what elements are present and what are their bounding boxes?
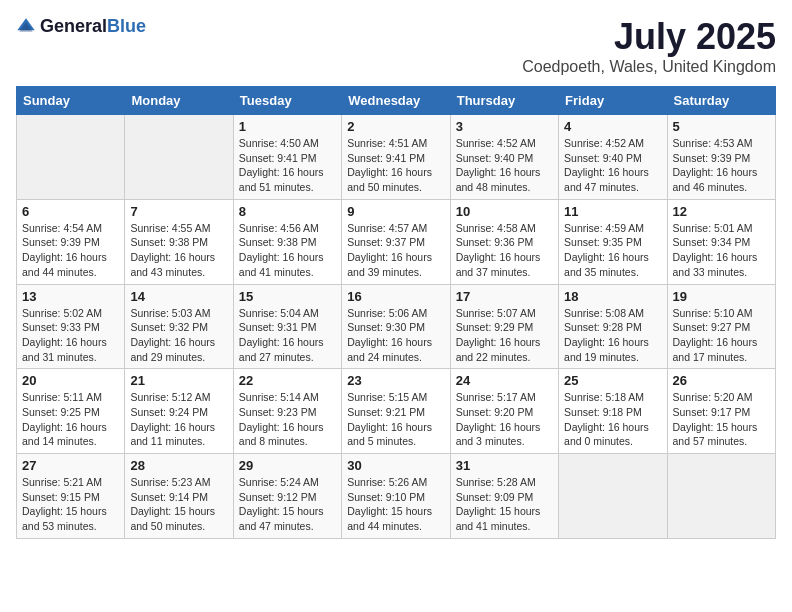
day-number: 29 xyxy=(239,458,336,473)
calendar-cell: 17Sunrise: 5:07 AMSunset: 9:29 PMDayligh… xyxy=(450,284,558,369)
day-number: 20 xyxy=(22,373,119,388)
day-detail: Sunrise: 5:24 AMSunset: 9:12 PMDaylight:… xyxy=(239,476,324,532)
calendar-cell: 14Sunrise: 5:03 AMSunset: 9:32 PMDayligh… xyxy=(125,284,233,369)
day-number: 19 xyxy=(673,289,770,304)
day-detail: Sunrise: 5:11 AMSunset: 9:25 PMDaylight:… xyxy=(22,391,107,447)
header-tuesday: Tuesday xyxy=(233,87,341,115)
calendar-cell: 12Sunrise: 5:01 AMSunset: 9:34 PMDayligh… xyxy=(667,199,775,284)
day-detail: Sunrise: 4:55 AMSunset: 9:38 PMDaylight:… xyxy=(130,222,215,278)
day-number: 8 xyxy=(239,204,336,219)
calendar-cell xyxy=(17,115,125,200)
calendar-cell: 10Sunrise: 4:58 AMSunset: 9:36 PMDayligh… xyxy=(450,199,558,284)
calendar-cell: 21Sunrise: 5:12 AMSunset: 9:24 PMDayligh… xyxy=(125,369,233,454)
day-number: 31 xyxy=(456,458,553,473)
day-detail: Sunrise: 5:20 AMSunset: 9:17 PMDaylight:… xyxy=(673,391,758,447)
calendar-cell: 8Sunrise: 4:56 AMSunset: 9:38 PMDaylight… xyxy=(233,199,341,284)
calendar-cell: 4Sunrise: 4:52 AMSunset: 9:40 PMDaylight… xyxy=(559,115,667,200)
day-detail: Sunrise: 4:52 AMSunset: 9:40 PMDaylight:… xyxy=(564,137,649,193)
header-monday: Monday xyxy=(125,87,233,115)
calendar-cell: 27Sunrise: 5:21 AMSunset: 9:15 PMDayligh… xyxy=(17,454,125,539)
calendar-week-row: 20Sunrise: 5:11 AMSunset: 9:25 PMDayligh… xyxy=(17,369,776,454)
calendar-cell xyxy=(559,454,667,539)
logo-blue: Blue xyxy=(107,16,146,36)
day-number: 23 xyxy=(347,373,444,388)
day-number: 5 xyxy=(673,119,770,134)
day-number: 14 xyxy=(130,289,227,304)
day-detail: Sunrise: 5:14 AMSunset: 9:23 PMDaylight:… xyxy=(239,391,324,447)
title-area: July 2025 Coedpoeth, Wales, United Kingd… xyxy=(522,16,776,76)
calendar-cell: 1Sunrise: 4:50 AMSunset: 9:41 PMDaylight… xyxy=(233,115,341,200)
day-detail: Sunrise: 5:03 AMSunset: 9:32 PMDaylight:… xyxy=(130,307,215,363)
calendar-cell: 31Sunrise: 5:28 AMSunset: 9:09 PMDayligh… xyxy=(450,454,558,539)
day-number: 13 xyxy=(22,289,119,304)
logo-text: GeneralBlue xyxy=(40,16,146,37)
day-number: 16 xyxy=(347,289,444,304)
calendar-cell xyxy=(125,115,233,200)
calendar-cell: 24Sunrise: 5:17 AMSunset: 9:20 PMDayligh… xyxy=(450,369,558,454)
day-detail: Sunrise: 4:56 AMSunset: 9:38 PMDaylight:… xyxy=(239,222,324,278)
day-number: 17 xyxy=(456,289,553,304)
day-detail: Sunrise: 5:04 AMSunset: 9:31 PMDaylight:… xyxy=(239,307,324,363)
header-friday: Friday xyxy=(559,87,667,115)
day-number: 26 xyxy=(673,373,770,388)
calendar-week-row: 27Sunrise: 5:21 AMSunset: 9:15 PMDayligh… xyxy=(17,454,776,539)
day-number: 22 xyxy=(239,373,336,388)
logo: GeneralBlue xyxy=(16,16,146,37)
day-detail: Sunrise: 5:26 AMSunset: 9:10 PMDaylight:… xyxy=(347,476,432,532)
day-detail: Sunrise: 5:21 AMSunset: 9:15 PMDaylight:… xyxy=(22,476,107,532)
day-number: 30 xyxy=(347,458,444,473)
calendar-week-row: 1Sunrise: 4:50 AMSunset: 9:41 PMDaylight… xyxy=(17,115,776,200)
day-number: 25 xyxy=(564,373,661,388)
day-detail: Sunrise: 5:06 AMSunset: 9:30 PMDaylight:… xyxy=(347,307,432,363)
calendar-cell: 6Sunrise: 4:54 AMSunset: 9:39 PMDaylight… xyxy=(17,199,125,284)
calendar-week-row: 6Sunrise: 4:54 AMSunset: 9:39 PMDaylight… xyxy=(17,199,776,284)
calendar-cell: 15Sunrise: 5:04 AMSunset: 9:31 PMDayligh… xyxy=(233,284,341,369)
day-detail: Sunrise: 4:59 AMSunset: 9:35 PMDaylight:… xyxy=(564,222,649,278)
subtitle: Coedpoeth, Wales, United Kingdom xyxy=(522,58,776,76)
day-detail: Sunrise: 5:01 AMSunset: 9:34 PMDaylight:… xyxy=(673,222,758,278)
logo-icon xyxy=(16,17,36,37)
day-detail: Sunrise: 5:28 AMSunset: 9:09 PMDaylight:… xyxy=(456,476,541,532)
day-number: 24 xyxy=(456,373,553,388)
calendar-cell: 22Sunrise: 5:14 AMSunset: 9:23 PMDayligh… xyxy=(233,369,341,454)
day-detail: Sunrise: 5:10 AMSunset: 9:27 PMDaylight:… xyxy=(673,307,758,363)
day-number: 4 xyxy=(564,119,661,134)
day-number: 9 xyxy=(347,204,444,219)
day-number: 6 xyxy=(22,204,119,219)
calendar-cell: 19Sunrise: 5:10 AMSunset: 9:27 PMDayligh… xyxy=(667,284,775,369)
day-detail: Sunrise: 5:15 AMSunset: 9:21 PMDaylight:… xyxy=(347,391,432,447)
day-number: 28 xyxy=(130,458,227,473)
day-number: 12 xyxy=(673,204,770,219)
day-number: 10 xyxy=(456,204,553,219)
calendar-cell: 20Sunrise: 5:11 AMSunset: 9:25 PMDayligh… xyxy=(17,369,125,454)
calendar-cell: 23Sunrise: 5:15 AMSunset: 9:21 PMDayligh… xyxy=(342,369,450,454)
day-number: 27 xyxy=(22,458,119,473)
calendar-cell: 3Sunrise: 4:52 AMSunset: 9:40 PMDaylight… xyxy=(450,115,558,200)
day-number: 3 xyxy=(456,119,553,134)
calendar-cell: 18Sunrise: 5:08 AMSunset: 9:28 PMDayligh… xyxy=(559,284,667,369)
day-detail: Sunrise: 5:07 AMSunset: 9:29 PMDaylight:… xyxy=(456,307,541,363)
calendar-cell xyxy=(667,454,775,539)
day-detail: Sunrise: 5:08 AMSunset: 9:28 PMDaylight:… xyxy=(564,307,649,363)
day-detail: Sunrise: 5:18 AMSunset: 9:18 PMDaylight:… xyxy=(564,391,649,447)
calendar-cell: 11Sunrise: 4:59 AMSunset: 9:35 PMDayligh… xyxy=(559,199,667,284)
day-number: 15 xyxy=(239,289,336,304)
day-detail: Sunrise: 4:51 AMSunset: 9:41 PMDaylight:… xyxy=(347,137,432,193)
header-thursday: Thursday xyxy=(450,87,558,115)
calendar-cell: 29Sunrise: 5:24 AMSunset: 9:12 PMDayligh… xyxy=(233,454,341,539)
calendar-cell: 30Sunrise: 5:26 AMSunset: 9:10 PMDayligh… xyxy=(342,454,450,539)
day-detail: Sunrise: 5:17 AMSunset: 9:20 PMDaylight:… xyxy=(456,391,541,447)
day-detail: Sunrise: 4:50 AMSunset: 9:41 PMDaylight:… xyxy=(239,137,324,193)
calendar-header-row: SundayMondayTuesdayWednesdayThursdayFrid… xyxy=(17,87,776,115)
day-detail: Sunrise: 5:12 AMSunset: 9:24 PMDaylight:… xyxy=(130,391,215,447)
header-wednesday: Wednesday xyxy=(342,87,450,115)
calendar-cell: 9Sunrise: 4:57 AMSunset: 9:37 PMDaylight… xyxy=(342,199,450,284)
day-number: 11 xyxy=(564,204,661,219)
main-title: July 2025 xyxy=(522,16,776,58)
calendar-cell: 16Sunrise: 5:06 AMSunset: 9:30 PMDayligh… xyxy=(342,284,450,369)
calendar-cell: 2Sunrise: 4:51 AMSunset: 9:41 PMDaylight… xyxy=(342,115,450,200)
day-number: 1 xyxy=(239,119,336,134)
calendar-cell: 28Sunrise: 5:23 AMSunset: 9:14 PMDayligh… xyxy=(125,454,233,539)
day-number: 2 xyxy=(347,119,444,134)
day-detail: Sunrise: 5:02 AMSunset: 9:33 PMDaylight:… xyxy=(22,307,107,363)
